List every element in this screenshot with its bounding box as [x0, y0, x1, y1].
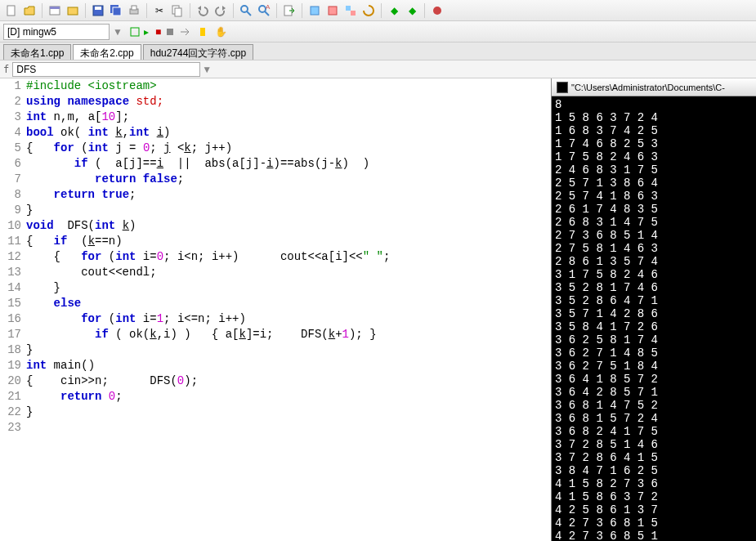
code-content[interactable]: return true;: [26, 187, 136, 203]
code-content[interactable]: }: [26, 405, 33, 420]
insert-icon[interactable]: [129, 26, 141, 38]
stop-icon[interactable]: [164, 26, 176, 38]
code-line[interactable]: 9}: [0, 203, 551, 218]
goto-icon[interactable]: [282, 3, 297, 18]
code-content[interactable]: if ( ok(k,i) ) { a[k]=i; DFS(k+1); }: [26, 327, 377, 342]
cut-icon[interactable]: ✂: [152, 3, 167, 18]
svg-text:A: A: [266, 4, 271, 11]
line-number: 9: [0, 203, 26, 218]
code-content[interactable]: }: [26, 280, 60, 296]
open-project-icon[interactable]: [65, 3, 80, 18]
target-dropdown[interactable]: [3, 24, 110, 40]
bookmark-icon[interactable]: [197, 26, 208, 38]
code-line[interactable]: 14 }: [0, 280, 551, 296]
console-titlebar[interactable]: "C:\Users\Administrator\Documents\C-: [552, 78, 756, 96]
compile-run-icon[interactable]: [343, 3, 358, 18]
console-output[interactable]: 8 1 5 8 6 3 7 2 4 1 6 8 3 7 4 2 5 1 7 4 …: [552, 96, 756, 541]
code-content[interactable]: int main(): [26, 358, 95, 373]
find-icon[interactable]: [239, 3, 253, 18]
code-content[interactable]: { if (k==n): [26, 234, 123, 249]
code-content[interactable]: }: [26, 342, 33, 358]
code-line[interactable]: 1#include <iostream>: [0, 78, 551, 94]
new-project-icon[interactable]: [47, 3, 62, 18]
code-content[interactable]: return false;: [26, 172, 184, 187]
code-line[interactable]: 18}: [0, 342, 551, 358]
line-number: 6: [0, 156, 26, 172]
tab-file-2[interactable]: 未命名2.cpp: [73, 44, 141, 60]
svg-rect-18: [311, 7, 319, 15]
code-line[interactable]: 12 { for (int i=0; i<n; i++) cout<<a[i]<…: [0, 249, 551, 265]
tab-file-3[interactable]: hdu2744回文字符.cpp: [143, 44, 253, 60]
insert2-icon[interactable]: ▸: [144, 26, 149, 38]
file-tabs: 未命名1.cpp 未命名2.cpp hdu2744回文字符.cpp: [0, 42, 756, 60]
code-line[interactable]: 3int n,m, a[10];: [0, 110, 551, 125]
code-line[interactable]: 7 return false;: [0, 172, 551, 187]
print-icon[interactable]: [127, 3, 141, 18]
line-number: 21: [0, 389, 26, 405]
code-content[interactable]: for (int i=1; i<=n; i++): [26, 311, 246, 327]
hand-icon[interactable]: ✋: [215, 26, 227, 38]
code-line[interactable]: 22}: [0, 405, 551, 420]
code-content[interactable]: void DFS(int k): [26, 218, 136, 234]
code-line[interactable]: 20{ cin>>n; DFS(0);: [0, 373, 551, 389]
code-line[interactable]: 4bool ok( int k,int i): [0, 125, 551, 141]
svg-rect-11: [175, 8, 181, 16]
redo-icon[interactable]: [213, 3, 228, 18]
code-line[interactable]: 17 if ( ok(k,i) ) { a[k]=i; DFS(k+1); }: [0, 327, 551, 342]
run-icon[interactable]: [325, 3, 340, 18]
compile-icon[interactable]: [307, 3, 322, 18]
svg-rect-21: [351, 11, 356, 16]
line-number: 1: [0, 78, 26, 94]
next-icon[interactable]: ◆: [405, 3, 419, 18]
code-content[interactable]: { cin>>n; DFS(0);: [26, 373, 198, 389]
function-dropdown[interactable]: [12, 62, 200, 77]
code-line[interactable]: 5{ for (int j = 0; j <k; j++): [0, 141, 551, 156]
replace-icon[interactable]: A: [257, 3, 271, 18]
svg-rect-23: [131, 28, 139, 36]
line-number: 19: [0, 358, 26, 373]
line-number: 18: [0, 342, 26, 358]
svg-point-14: [259, 6, 266, 12]
copy-icon[interactable]: [170, 3, 185, 18]
record-icon[interactable]: ■: [155, 26, 161, 38]
open-icon[interactable]: [22, 3, 37, 18]
code-line[interactable]: 15 else: [0, 296, 551, 311]
code-line[interactable]: 13 cout<<endl;: [0, 265, 551, 280]
prev-icon[interactable]: ◆: [387, 3, 401, 18]
code-content[interactable]: #include <iostream>: [26, 78, 157, 94]
code-content[interactable]: int n,m, a[10];: [26, 110, 129, 125]
line-number: 11: [0, 234, 26, 249]
undo-icon[interactable]: [195, 3, 210, 18]
debug-icon[interactable]: [430, 3, 445, 18]
step-icon[interactable]: [179, 26, 190, 38]
code-content[interactable]: else: [26, 296, 81, 311]
code-line[interactable]: 11{ if (k==n): [0, 234, 551, 249]
svg-rect-19: [329, 7, 337, 15]
code-line[interactable]: 23: [0, 420, 551, 436]
code-line[interactable]: 2using namespace std;: [0, 94, 551, 110]
code-editor[interactable]: 1#include <iostream>2using namespace std…: [0, 78, 551, 541]
svg-rect-25: [200, 28, 205, 36]
rebuild-icon[interactable]: [361, 3, 376, 18]
code-content[interactable]: { for (int j = 0; j <k; j++): [26, 141, 232, 156]
code-line[interactable]: 8 return true;: [0, 187, 551, 203]
code-line[interactable]: 19int main(): [0, 358, 551, 373]
code-content[interactable]: bool ok( int k,int i): [26, 125, 171, 141]
new-file-icon[interactable]: [4, 3, 19, 18]
line-number: 17: [0, 327, 26, 342]
save-icon[interactable]: [91, 3, 105, 18]
code-content[interactable]: cout<<endl;: [26, 265, 157, 280]
code-content[interactable]: return 0;: [26, 389, 123, 405]
code-content[interactable]: { for (int i=0; i<n; i++) cout<<a[i]<<" …: [26, 249, 390, 265]
code-line[interactable]: 6 if ( a[j]==i || abs(a[j]-i)==abs(j-k) …: [0, 156, 551, 172]
code-line[interactable]: 21 return 0;: [0, 389, 551, 405]
save-all-icon[interactable]: [109, 3, 123, 18]
code-content[interactable]: using namespace std;: [26, 94, 163, 110]
code-line[interactable]: 16 for (int i=1; i<=n; i++): [0, 311, 551, 327]
build-toolbar: ▼ ▸ ■ ✋: [0, 21, 756, 42]
tab-file-1[interactable]: 未命名1.cpp: [3, 44, 71, 60]
code-content[interactable]: }: [26, 203, 33, 218]
code-content[interactable]: if ( a[j]==i || abs(a[j]-i)==abs(j-k) ): [26, 156, 369, 172]
svg-rect-3: [68, 7, 78, 15]
code-line[interactable]: 10void DFS(int k): [0, 218, 551, 234]
